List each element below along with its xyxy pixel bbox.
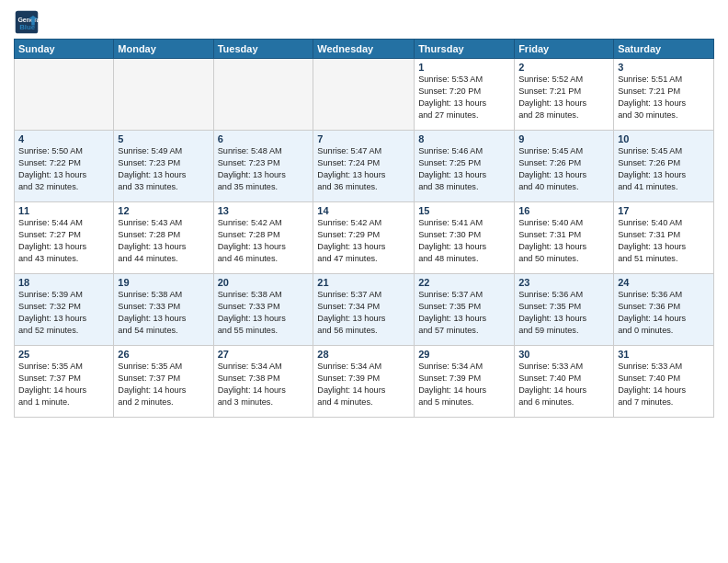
calendar-cell (213, 59, 313, 131)
day-number: 11 (18, 205, 109, 216)
day-number: 20 (218, 277, 310, 288)
calendar-table: SundayMondayTuesdayWednesdayThursdayFrid… (14, 39, 714, 418)
day-detail: Sunrise: 5:41 AM Sunset: 7:30 PM Dayligh… (418, 217, 510, 265)
weekday-header-sunday: Sunday (15, 40, 114, 59)
weekday-header-friday: Friday (515, 40, 614, 59)
week-row-3: 11Sunrise: 5:44 AM Sunset: 7:27 PM Dayli… (15, 202, 714, 274)
day-number: 22 (418, 277, 510, 288)
calendar-cell: 8Sunrise: 5:46 AM Sunset: 7:25 PM Daylig… (415, 131, 515, 202)
calendar-cell: 28Sunrise: 5:34 AM Sunset: 7:39 PM Dayli… (313, 346, 415, 418)
day-detail: Sunrise: 5:37 AM Sunset: 7:35 PM Dayligh… (418, 289, 510, 337)
weekday-header-row: SundayMondayTuesdayWednesdayThursdayFrid… (15, 40, 714, 59)
logo: General Blue (14, 9, 43, 35)
day-detail: Sunrise: 5:49 AM Sunset: 7:23 PM Dayligh… (118, 145, 209, 193)
day-detail: Sunrise: 5:38 AM Sunset: 7:33 PM Dayligh… (218, 289, 310, 337)
day-number: 6 (218, 133, 310, 144)
weekday-header-monday: Monday (114, 40, 213, 59)
day-detail: Sunrise: 5:39 AM Sunset: 7:32 PM Dayligh… (18, 289, 109, 337)
day-number: 15 (418, 205, 510, 216)
day-detail: Sunrise: 5:45 AM Sunset: 7:26 PM Dayligh… (518, 145, 609, 193)
calendar-cell: 5Sunrise: 5:49 AM Sunset: 7:23 PM Daylig… (114, 131, 213, 202)
weekday-header-wednesday: Wednesday (313, 40, 415, 59)
calendar-cell: 11Sunrise: 5:44 AM Sunset: 7:27 PM Dayli… (15, 202, 114, 274)
day-number: 5 (118, 133, 209, 144)
calendar-cell: 2Sunrise: 5:52 AM Sunset: 7:21 PM Daylig… (515, 59, 614, 131)
day-detail: Sunrise: 5:33 AM Sunset: 7:40 PM Dayligh… (518, 361, 609, 408)
day-detail: Sunrise: 5:48 AM Sunset: 7:23 PM Dayligh… (218, 145, 310, 193)
calendar-cell: 26Sunrise: 5:35 AM Sunset: 7:37 PM Dayli… (114, 346, 213, 418)
day-detail: Sunrise: 5:45 AM Sunset: 7:26 PM Dayligh… (618, 145, 710, 193)
calendar-cell: 24Sunrise: 5:36 AM Sunset: 7:36 PM Dayli… (614, 274, 714, 346)
calendar-container: General Blue SundayMondayTuesdayWednesda… (0, 0, 728, 427)
calendar-cell: 7Sunrise: 5:47 AM Sunset: 7:24 PM Daylig… (313, 131, 415, 202)
day-detail: Sunrise: 5:44 AM Sunset: 7:27 PM Dayligh… (18, 217, 109, 265)
calendar-cell: 19Sunrise: 5:38 AM Sunset: 7:33 PM Dayli… (114, 274, 213, 346)
svg-text:General: General (17, 17, 40, 23)
day-detail: Sunrise: 5:53 AM Sunset: 7:20 PM Dayligh… (418, 74, 510, 121)
calendar-cell: 31Sunrise: 5:33 AM Sunset: 7:40 PM Dayli… (614, 346, 714, 418)
day-detail: Sunrise: 5:33 AM Sunset: 7:40 PM Dayligh… (618, 361, 710, 408)
calendar-cell: 25Sunrise: 5:35 AM Sunset: 7:37 PM Dayli… (15, 346, 114, 418)
day-number: 2 (518, 62, 609, 73)
day-detail: Sunrise: 5:38 AM Sunset: 7:33 PM Dayligh… (118, 289, 209, 337)
day-number: 8 (418, 133, 510, 144)
day-detail: Sunrise: 5:34 AM Sunset: 7:39 PM Dayligh… (317, 361, 410, 408)
day-number: 24 (618, 277, 710, 288)
day-detail: Sunrise: 5:36 AM Sunset: 7:35 PM Dayligh… (518, 289, 609, 337)
day-number: 26 (118, 349, 209, 360)
day-detail: Sunrise: 5:34 AM Sunset: 7:38 PM Dayligh… (218, 361, 310, 408)
day-detail: Sunrise: 5:34 AM Sunset: 7:39 PM Dayligh… (418, 361, 510, 408)
day-detail: Sunrise: 5:40 AM Sunset: 7:31 PM Dayligh… (518, 217, 609, 265)
weekday-header-saturday: Saturday (614, 40, 714, 59)
calendar-cell: 9Sunrise: 5:45 AM Sunset: 7:26 PM Daylig… (515, 131, 614, 202)
day-detail: Sunrise: 5:36 AM Sunset: 7:36 PM Dayligh… (618, 289, 710, 337)
day-detail: Sunrise: 5:43 AM Sunset: 7:28 PM Dayligh… (118, 217, 209, 265)
day-number: 4 (18, 133, 109, 144)
day-number: 13 (218, 205, 310, 216)
calendar-cell: 16Sunrise: 5:40 AM Sunset: 7:31 PM Dayli… (515, 202, 614, 274)
calendar-cell: 17Sunrise: 5:40 AM Sunset: 7:31 PM Dayli… (614, 202, 714, 274)
calendar-cell: 18Sunrise: 5:39 AM Sunset: 7:32 PM Dayli… (15, 274, 114, 346)
header-row: General Blue (14, 9, 714, 35)
day-detail: Sunrise: 5:50 AM Sunset: 7:22 PM Dayligh… (18, 145, 109, 193)
day-detail: Sunrise: 5:42 AM Sunset: 7:29 PM Dayligh… (317, 217, 410, 265)
week-row-1: 1Sunrise: 5:53 AM Sunset: 7:20 PM Daylig… (15, 59, 714, 131)
calendar-cell (114, 59, 213, 131)
calendar-cell: 4Sunrise: 5:50 AM Sunset: 7:22 PM Daylig… (15, 131, 114, 202)
day-number: 18 (18, 277, 109, 288)
calendar-cell: 23Sunrise: 5:36 AM Sunset: 7:35 PM Dayli… (515, 274, 614, 346)
day-number: 1 (418, 62, 510, 73)
calendar-cell: 20Sunrise: 5:38 AM Sunset: 7:33 PM Dayli… (213, 274, 313, 346)
day-number: 7 (317, 133, 410, 144)
day-detail: Sunrise: 5:42 AM Sunset: 7:28 PM Dayligh… (218, 217, 310, 265)
calendar-cell: 14Sunrise: 5:42 AM Sunset: 7:29 PM Dayli… (313, 202, 415, 274)
day-number: 30 (518, 349, 609, 360)
day-number: 14 (317, 205, 410, 216)
day-detail: Sunrise: 5:40 AM Sunset: 7:31 PM Dayligh… (618, 217, 710, 265)
calendar-cell: 30Sunrise: 5:33 AM Sunset: 7:40 PM Dayli… (515, 346, 614, 418)
day-detail: Sunrise: 5:52 AM Sunset: 7:21 PM Dayligh… (518, 74, 609, 121)
day-number: 27 (218, 349, 310, 360)
calendar-cell: 22Sunrise: 5:37 AM Sunset: 7:35 PM Dayli… (415, 274, 515, 346)
week-row-4: 18Sunrise: 5:39 AM Sunset: 7:32 PM Dayli… (15, 274, 714, 346)
logo-icon: General Blue (14, 9, 40, 35)
calendar-cell: 29Sunrise: 5:34 AM Sunset: 7:39 PM Dayli… (415, 346, 515, 418)
day-number: 16 (518, 205, 609, 216)
calendar-cell: 27Sunrise: 5:34 AM Sunset: 7:38 PM Dayli… (213, 346, 313, 418)
calendar-cell: 6Sunrise: 5:48 AM Sunset: 7:23 PM Daylig… (213, 131, 313, 202)
day-number: 28 (317, 349, 410, 360)
day-number: 17 (618, 205, 710, 216)
calendar-cell: 1Sunrise: 5:53 AM Sunset: 7:20 PM Daylig… (415, 59, 515, 131)
week-row-5: 25Sunrise: 5:35 AM Sunset: 7:37 PM Dayli… (15, 346, 714, 418)
day-detail: Sunrise: 5:51 AM Sunset: 7:21 PM Dayligh… (618, 74, 710, 121)
calendar-cell: 12Sunrise: 5:43 AM Sunset: 7:28 PM Dayli… (114, 202, 213, 274)
day-detail: Sunrise: 5:46 AM Sunset: 7:25 PM Dayligh… (418, 145, 510, 193)
day-number: 31 (618, 349, 710, 360)
day-number: 23 (518, 277, 609, 288)
weekday-header-thursday: Thursday (415, 40, 515, 59)
day-number: 3 (618, 62, 710, 73)
day-number: 25 (18, 349, 109, 360)
week-row-2: 4Sunrise: 5:50 AM Sunset: 7:22 PM Daylig… (15, 131, 714, 202)
day-number: 12 (118, 205, 209, 216)
day-detail: Sunrise: 5:35 AM Sunset: 7:37 PM Dayligh… (18, 361, 109, 408)
